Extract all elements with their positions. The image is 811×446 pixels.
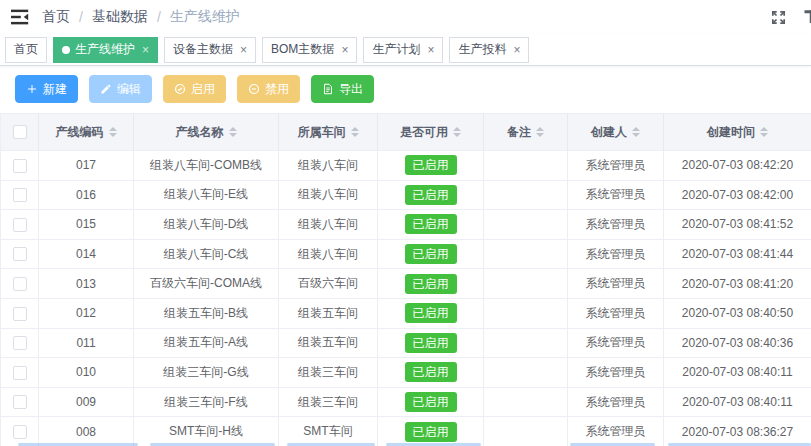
plus-icon — [26, 83, 38, 95]
cell-name: 百级六车间-COMA线 — [134, 269, 279, 299]
table-row[interactable]: 017组装八车间-COMB线组装八车间已启用系统管理员2020-07-03 08… — [1, 151, 811, 181]
cell-created-time: 2020-07-03 08:42:20 — [664, 151, 811, 181]
cell-name: 组装八车间-E线 — [134, 180, 279, 210]
create-button[interactable]: 新建 — [15, 75, 78, 103]
table-row[interactable]: 008SMT车间-H线SMT车间已启用系统管理员2020-07-03 08:36… — [1, 417, 811, 446]
header-select-all[interactable] — [1, 114, 39, 151]
row-checkbox[interactable] — [13, 218, 27, 232]
status-badge: 已启用 — [405, 422, 457, 442]
cell-select — [1, 269, 39, 299]
close-icon[interactable]: × — [427, 44, 434, 56]
row-checkbox[interactable] — [13, 277, 27, 291]
close-icon[interactable]: × — [142, 44, 149, 56]
cell-creator: 系统管理员 — [568, 387, 664, 417]
table-row[interactable]: 010组装三车间-G线组装三车间已启用系统管理员2020-07-03 08:40… — [1, 358, 811, 388]
cell-workshop: 组装八车间 — [279, 239, 378, 269]
edit-icon — [100, 83, 112, 95]
row-checkbox[interactable] — [13, 159, 27, 173]
column-label: 是否可用 — [400, 124, 448, 141]
cell-name: 组装三车间-G线 — [134, 358, 279, 388]
tab-plan[interactable]: 生产计划 × — [363, 37, 443, 63]
sort-caret-icon[interactable] — [109, 123, 117, 141]
cell-created-time: 2020-07-03 08:40:36 — [664, 328, 811, 358]
breadcrumb-item-home[interactable]: 首页 — [42, 8, 70, 26]
disable-button[interactable]: 禁用 — [237, 75, 300, 103]
button-label: 新建 — [43, 81, 67, 98]
row-checkbox[interactable] — [13, 247, 27, 261]
font-size-icon[interactable] — [803, 8, 811, 26]
row-checkbox[interactable] — [13, 188, 27, 202]
cell-status: 已启用 — [378, 298, 484, 328]
fullscreen-icon[interactable] — [770, 9, 787, 26]
tab-feeding[interactable]: 生产投料 × — [449, 37, 529, 63]
tab-production-line[interactable]: 生产线维护 × — [53, 37, 158, 63]
cell-select — [1, 387, 39, 417]
cell-select — [1, 151, 39, 181]
cell-code: 016 — [39, 180, 134, 210]
table-row[interactable]: 009组装三车间-F线组装三车间已启用系统管理员2020-07-03 08:40… — [1, 387, 811, 417]
table-row[interactable]: 015组装八车间-D线组装八车间已启用系统管理员2020-07-03 08:41… — [1, 210, 811, 240]
column-header[interactable]: 是否可用 — [378, 114, 484, 151]
close-icon[interactable]: × — [240, 44, 247, 56]
cell-name: 组装八车间-COMB线 — [134, 151, 279, 181]
breadcrumb-item-basedata[interactable]: 基础数据 — [92, 8, 148, 26]
tab-label: 首页 — [14, 41, 38, 58]
column-header[interactable]: 备注 — [484, 114, 568, 151]
sort-caret-icon[interactable] — [760, 123, 768, 141]
sort-caret-icon[interactable] — [536, 123, 544, 141]
cell-status: 已启用 — [378, 269, 484, 299]
row-checkbox[interactable] — [13, 307, 27, 321]
status-badge: 已启用 — [405, 274, 457, 294]
table-row[interactable]: 012组装五车间-B线组装五车间已启用系统管理员2020-07-03 08:40… — [1, 298, 811, 328]
cell-creator: 系统管理员 — [568, 328, 664, 358]
sort-caret-icon[interactable] — [229, 123, 237, 141]
status-badge: 已启用 — [405, 155, 457, 175]
cell-status: 已启用 — [378, 151, 484, 181]
close-icon[interactable]: × — [341, 44, 348, 56]
cell-creator: 系统管理员 — [568, 358, 664, 388]
column-header[interactable]: 创建时间 — [664, 114, 811, 151]
column-header[interactable]: 所属车间 — [279, 114, 378, 151]
cell-workshop: 组装五车间 — [279, 298, 378, 328]
column-header[interactable]: 创建人 — [568, 114, 664, 151]
tab-label: BOM主数据 — [271, 41, 334, 58]
sort-caret-icon[interactable] — [632, 123, 640, 141]
sort-caret-icon[interactable] — [453, 123, 461, 141]
cell-code: 017 — [39, 151, 134, 181]
cell-select — [1, 210, 39, 240]
tab-equipment[interactable]: 设备主数据 × — [164, 37, 256, 63]
cell-created-time: 2020-07-03 08:41:20 — [664, 269, 811, 299]
cell-select — [1, 298, 39, 328]
tab-label: 生产线维护 — [75, 41, 135, 58]
row-checkbox[interactable] — [13, 395, 27, 409]
select-all-checkbox[interactable] — [13, 125, 27, 139]
tab-label: 设备主数据 — [173, 41, 233, 58]
cell-status: 已启用 — [378, 210, 484, 240]
edit-button[interactable]: 编辑 — [89, 75, 152, 103]
status-badge: 已启用 — [405, 303, 457, 323]
cell-name: SMT车间-H线 — [134, 417, 279, 446]
hamburger-icon[interactable] — [10, 7, 30, 27]
column-header[interactable]: 产线名称 — [134, 114, 279, 151]
row-checkbox[interactable] — [13, 336, 27, 350]
sort-caret-icon[interactable] — [351, 123, 359, 141]
enable-button[interactable]: 启用 — [163, 75, 226, 103]
cell-remark — [484, 210, 568, 240]
cell-remark — [484, 417, 568, 446]
table-row[interactable]: 016组装八车间-E线组装八车间已启用系统管理员2020-07-03 08:42… — [1, 180, 811, 210]
table-row[interactable]: 013百级六车间-COMA线百级六车间已启用系统管理员2020-07-03 08… — [1, 269, 811, 299]
cell-remark — [484, 151, 568, 181]
table-row[interactable]: 014组装八车间-C线组装八车间已启用系统管理员2020-07-03 08:41… — [1, 239, 811, 269]
table-row[interactable]: 011组装五车间-A线组装五车间已启用系统管理员2020-07-03 08:40… — [1, 328, 811, 358]
cell-created-time: 2020-07-03 08:36:27 — [664, 417, 811, 446]
cell-name: 组装八车间-D线 — [134, 210, 279, 240]
row-checkbox[interactable] — [13, 366, 27, 380]
export-button[interactable]: 导出 — [311, 75, 374, 103]
column-header[interactable]: 产线编码 — [39, 114, 134, 151]
breadcrumb-separator: / — [157, 9, 161, 25]
row-checkbox[interactable] — [13, 425, 27, 439]
cell-workshop: SMT车间 — [279, 417, 378, 446]
close-icon[interactable]: × — [513, 44, 520, 56]
tab-home[interactable]: 首页 — [5, 37, 47, 63]
tab-bom[interactable]: BOM主数据 × — [262, 37, 357, 63]
